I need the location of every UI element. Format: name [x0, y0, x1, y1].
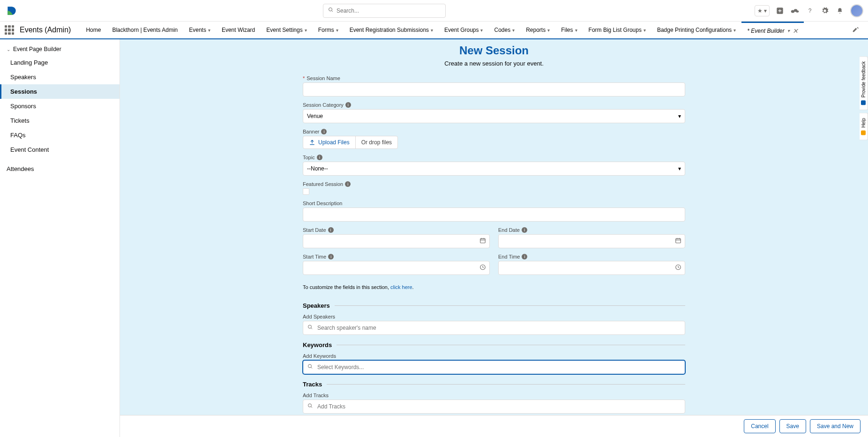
section-speakers: Speakers [303, 302, 685, 309]
info-icon[interactable]: i [522, 254, 527, 259]
svg-line-17 [311, 328, 313, 329]
chevron-down-icon: ▾ [678, 165, 681, 172]
tracks-search-input[interactable] [303, 400, 685, 414]
clock-icon[interactable] [479, 264, 486, 272]
svg-line-1 [332, 11, 333, 12]
sidebar-item-tickets[interactable]: Tickets [0, 113, 120, 128]
svg-line-21 [311, 407, 313, 408]
info-icon[interactable]: i [345, 102, 351, 108]
nav-event-settings[interactable]: Event Settings▾ [261, 22, 312, 38]
close-tab-icon[interactable]: ✕ [793, 27, 798, 35]
chevron-down-icon: ▾ [644, 28, 646, 33]
nav-reports[interactable]: Reports▾ [520, 22, 555, 38]
sidebar-item-landing-page[interactable]: Landing Page [0, 55, 120, 70]
chevron-down-icon: ▾ [336, 28, 338, 33]
sidebar-item-sessions[interactable]: Sessions [0, 84, 120, 99]
footer-bar: Cancel Save Save and New [120, 415, 868, 437]
label-featured-session: Featured Sessioni [303, 181, 685, 187]
add-icon[interactable] [775, 6, 785, 15]
save-and-new-button[interactable]: Save and New [810, 419, 861, 433]
nav-events[interactable]: Events▾ [183, 22, 216, 38]
calendar-icon[interactable] [675, 237, 681, 245]
cancel-button[interactable]: Cancel [744, 419, 775, 433]
chevron-down-icon: ▾ [431, 28, 433, 33]
section-keywords: Keywords [303, 341, 685, 348]
global-header: ★ ▾ ? [0, 0, 868, 22]
upload-files-button[interactable]: Upload Files [303, 136, 356, 148]
edit-nav-icon[interactable] [847, 26, 863, 34]
chevron-down-icon: ▾ [678, 113, 681, 119]
end-time-input[interactable] [498, 261, 685, 275]
side-tab-feedback[interactable]: Provide feedback [860, 56, 868, 110]
favorites-button[interactable]: ★ ▾ [755, 5, 770, 16]
svg-point-20 [308, 404, 312, 407]
calendar-icon[interactable] [479, 237, 486, 245]
short-description-input[interactable] [303, 207, 685, 222]
chevron-down-icon: ▾ [575, 28, 577, 33]
nav-codes[interactable]: Codes▾ [488, 22, 520, 38]
side-tab-help[interactable]: Help [860, 113, 868, 141]
sidebar-item-faqs[interactable]: FAQs [0, 128, 120, 142]
clock-icon[interactable] [675, 264, 681, 272]
label-add-keywords: Add Keywords [303, 353, 685, 359]
session-name-input[interactable] [303, 82, 685, 96]
notifications-icon[interactable] [835, 6, 845, 15]
keywords-search-input[interactable] [303, 360, 685, 374]
search-icon [328, 7, 334, 14]
info-icon[interactable]: i [345, 181, 351, 187]
chevron-down-icon: ⌄ [7, 47, 10, 52]
info-icon[interactable]: i [317, 155, 322, 160]
setup-gear-icon[interactable] [820, 6, 830, 15]
nav-badge-printing[interactable]: Badge Printing Configurations▾ [651, 22, 741, 38]
nav-tab-event-builder[interactable]: * Event Builder▾✕ [741, 22, 803, 38]
nav-forms[interactable]: Forms▾ [313, 22, 344, 38]
start-time-input[interactable] [303, 261, 490, 275]
banner-upload[interactable]: Upload Files Or drop files [303, 136, 398, 149]
nav-form-biglist[interactable]: Form Big List Groups▾ [583, 22, 651, 38]
app-nav-bar: Events (Admin) Home Blackthorn | Events … [0, 22, 868, 39]
page-title: New Session [303, 44, 685, 57]
svg-point-5 [796, 10, 799, 13]
chevron-down-icon: ▾ [480, 28, 483, 33]
sidebar-item-attendees[interactable]: Attendees [0, 162, 120, 176]
nav-blackthorn-admin[interactable]: Blackthorn | Events Admin [106, 22, 183, 38]
app-launcher-icon[interactable] [5, 25, 14, 35]
topic-select[interactable]: --None--▾ [303, 162, 685, 176]
nav-files[interactable]: Files▾ [555, 22, 583, 38]
session-category-select[interactable]: Venue▾ [303, 109, 685, 123]
customize-link[interactable]: click here [390, 284, 412, 290]
help-icon[interactable]: ? [805, 6, 815, 15]
featured-session-checkbox[interactable] [303, 188, 309, 195]
label-session-category: Session Categoryi [303, 102, 685, 108]
global-search-input[interactable] [337, 7, 441, 14]
user-avatar[interactable] [850, 4, 863, 17]
end-date-input[interactable] [498, 234, 685, 248]
app-name: Events (Admin) [20, 26, 71, 34]
sidebar-group-event-page-builder[interactable]: ⌄Event Page Builder [0, 43, 120, 55]
chevron-down-icon: ▾ [305, 28, 307, 33]
info-icon[interactable]: i [328, 254, 334, 259]
customize-text: To customize the fields in this section,… [303, 284, 685, 290]
chevron-down-icon: ▾ [547, 28, 550, 33]
nav-home[interactable]: Home [80, 22, 106, 38]
label-add-speakers: Add Speakers [303, 314, 685, 319]
nav-event-reg-sub[interactable]: Event Registration Submissions▾ [344, 22, 439, 38]
start-date-input[interactable] [303, 234, 490, 248]
speakers-search-input[interactable] [303, 321, 685, 335]
sidebar-item-event-content[interactable]: Event Content [0, 142, 120, 157]
info-icon[interactable]: i [321, 129, 327, 134]
sidebar-item-speakers[interactable]: Speakers [0, 70, 120, 84]
nav-event-wizard[interactable]: Event Wizard [216, 22, 261, 38]
label-topic: Topici [303, 155, 685, 160]
search-icon [307, 364, 313, 371]
global-search[interactable] [323, 4, 446, 18]
salesforce-icon[interactable] [790, 6, 800, 15]
info-icon[interactable]: i [522, 227, 527, 233]
section-tracks: Tracks [303, 381, 685, 388]
sidebar-item-sponsors[interactable]: Sponsors [0, 99, 120, 113]
content-area: New Session Create a new session for you… [120, 39, 868, 437]
nav-event-groups[interactable]: Event Groups▾ [439, 22, 488, 38]
label-add-tracks: Add Tracks [303, 393, 685, 398]
info-icon[interactable]: i [328, 227, 334, 233]
save-button[interactable]: Save [779, 419, 806, 433]
